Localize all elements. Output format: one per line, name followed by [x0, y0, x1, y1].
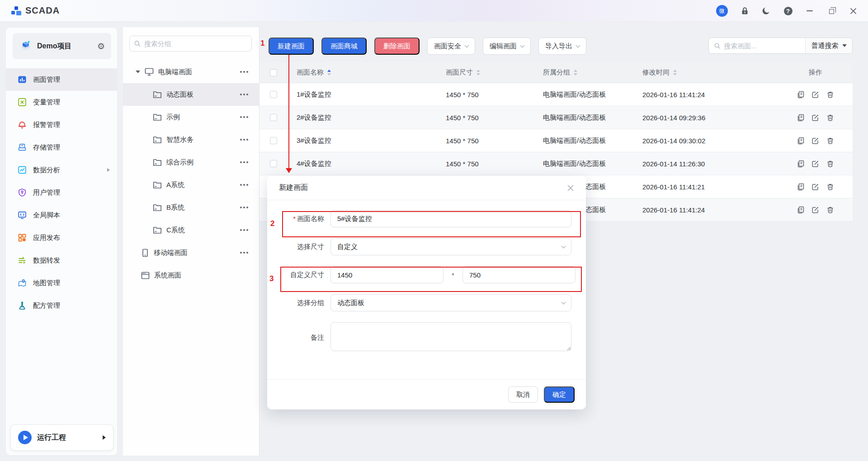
edit-icon[interactable]	[811, 114, 819, 122]
sidebar-item-screen-manage[interactable]: 画面管理	[6, 68, 117, 91]
close-window-icon[interactable]	[848, 6, 858, 16]
import-export-dropdown[interactable]: 导入导出	[538, 38, 586, 55]
confirm-button[interactable]: 确定	[544, 386, 575, 403]
tree-node-more-icon[interactable]	[240, 71, 248, 73]
group-select[interactable]	[330, 294, 571, 311]
folder-icon	[153, 136, 162, 144]
row-checkbox[interactable]	[270, 137, 277, 144]
size-select[interactable]	[330, 238, 571, 255]
header-modified-time[interactable]: 修改时间	[633, 68, 778, 77]
copy-icon[interactable]	[797, 137, 804, 145]
modal-close-icon[interactable]	[567, 184, 574, 192]
tree-node-folder[interactable]: 综合示例	[123, 151, 259, 174]
cell-modified-time: 2026-01-14 09:30:02	[633, 137, 778, 145]
row-checkbox[interactable]	[270, 160, 277, 167]
sidebar-item-data-analysis[interactable]: 数据分析	[6, 159, 117, 181]
tree-node-folder[interactable]: A系统	[123, 174, 259, 196]
edit-icon[interactable]	[811, 91, 819, 99]
sidebar-item-recipe-manage[interactable]: 配方管理	[6, 294, 117, 317]
tree-node-more-icon[interactable]	[240, 184, 248, 186]
screen-name-input[interactable]	[330, 210, 571, 227]
tree-node-more-icon[interactable]	[240, 207, 248, 208]
sidebar-item-app-publish[interactable]: 应用发布	[6, 226, 117, 249]
lock-icon[interactable]	[740, 6, 750, 16]
cancel-button[interactable]: 取消	[508, 386, 538, 403]
sidebar-item-variable-manage[interactable]: 变量管理	[6, 91, 117, 113]
tree-expand-caret-icon[interactable]	[136, 71, 140, 73]
select-all-checkbox[interactable]	[270, 69, 277, 76]
project-card[interactable]: Demo项目 ⚙	[13, 33, 111, 59]
sidebar-item-data-forward[interactable]: 数据转发	[6, 249, 117, 272]
search-mode-dropdown[interactable]: 普通搜索	[805, 38, 852, 53]
header-screen-name[interactable]: 画面名称	[288, 68, 437, 77]
tree-node-folder-selected[interactable]: 动态面板	[123, 83, 259, 106]
tree-node-pc-screens[interactable]: 电脑端画面	[123, 61, 259, 83]
group-search-box[interactable]	[129, 36, 252, 52]
delete-icon[interactable]	[826, 114, 834, 122]
delete-icon[interactable]	[826, 160, 834, 168]
sidebar-item-map-manage[interactable]: 地图管理	[6, 272, 117, 294]
remark-textarea[interactable]	[330, 322, 571, 351]
sidebar-item-storage-manage[interactable]: 存储管理	[6, 136, 117, 159]
row-checkbox[interactable]	[270, 114, 277, 121]
cell-screen-size: 1450 * 750	[437, 160, 534, 168]
tree-node-folder[interactable]: B系统	[123, 196, 259, 219]
tree-node-folder[interactable]: 示例	[123, 106, 259, 128]
sort-icon[interactable]	[574, 70, 577, 75]
screen-search-box[interactable]	[709, 42, 805, 50]
sort-icon[interactable]	[673, 70, 677, 75]
edit-icon[interactable]	[811, 160, 819, 168]
minimize-icon[interactable]	[805, 6, 815, 16]
copy-icon[interactable]	[797, 160, 804, 168]
row-checkbox[interactable]	[270, 91, 277, 98]
delete-icon[interactable]	[826, 137, 834, 145]
header-screen-size[interactable]: 画面尺寸	[437, 68, 534, 77]
header-group[interactable]: 所属分组	[534, 68, 633, 77]
tree-node-more-icon[interactable]	[240, 139, 248, 141]
import-export-label: 导入导出	[545, 42, 572, 51]
edit-icon[interactable]	[811, 206, 819, 214]
custom-height-input[interactable]	[462, 266, 576, 283]
tree-node-mobile-screens[interactable]: 移动端画面	[123, 241, 259, 264]
copy-icon[interactable]	[797, 183, 804, 191]
copy-icon[interactable]	[797, 206, 804, 214]
tree-node-system-screens[interactable]: 系统画面	[123, 264, 259, 287]
restore-window-icon[interactable]	[826, 6, 836, 16]
sort-icon[interactable]	[476, 70, 480, 75]
group-select-value[interactable]	[330, 294, 571, 311]
tree-node-folder[interactable]: C系统	[123, 219, 259, 241]
wechat-badge[interactable]: 微	[716, 5, 728, 17]
custom-width-input[interactable]	[330, 266, 443, 283]
dark-mode-icon[interactable]	[761, 6, 771, 16]
run-project-button[interactable]: 运行工程	[10, 424, 113, 451]
size-select-value[interactable]	[330, 238, 571, 255]
project-settings-gear-icon[interactable]: ⚙	[97, 42, 105, 51]
edit-icon[interactable]	[811, 183, 819, 191]
edit-screen-dropdown[interactable]: 编辑画面	[483, 38, 531, 55]
copy-icon[interactable]	[797, 91, 804, 99]
delete-screen-button[interactable]: 删除画面	[374, 38, 420, 55]
sort-icon[interactable]	[327, 70, 331, 75]
global-script-icon	[18, 211, 27, 220]
tree-node-more-icon[interactable]	[240, 94, 248, 95]
tree-node-more-icon[interactable]	[240, 229, 248, 231]
screen-search-input[interactable]	[724, 42, 800, 50]
delete-icon[interactable]	[826, 91, 834, 99]
help-icon[interactable]: ?	[783, 6, 793, 16]
sidebar-item-alarm-manage[interactable]: 报警管理	[6, 113, 117, 136]
copy-icon[interactable]	[797, 114, 804, 122]
delete-icon[interactable]	[826, 183, 834, 191]
delete-icon[interactable]	[826, 206, 834, 214]
folder-icon	[153, 181, 162, 189]
tree-node-more-icon[interactable]	[240, 252, 248, 254]
new-screen-button[interactable]: 新建画面	[269, 38, 314, 55]
group-search-input[interactable]	[144, 40, 247, 47]
sidebar-item-global-script[interactable]: 全局脚本	[6, 204, 117, 226]
edit-icon[interactable]	[811, 137, 819, 145]
tree-node-folder[interactable]: 智慧水务	[123, 128, 259, 151]
screen-market-button[interactable]: 画面商城	[321, 38, 367, 55]
screen-security-dropdown[interactable]: 画面安全	[427, 38, 475, 55]
sidebar-item-user-manage[interactable]: 用户管理	[6, 181, 117, 204]
tree-node-more-icon[interactable]	[240, 116, 248, 118]
tree-node-more-icon[interactable]	[240, 161, 248, 163]
